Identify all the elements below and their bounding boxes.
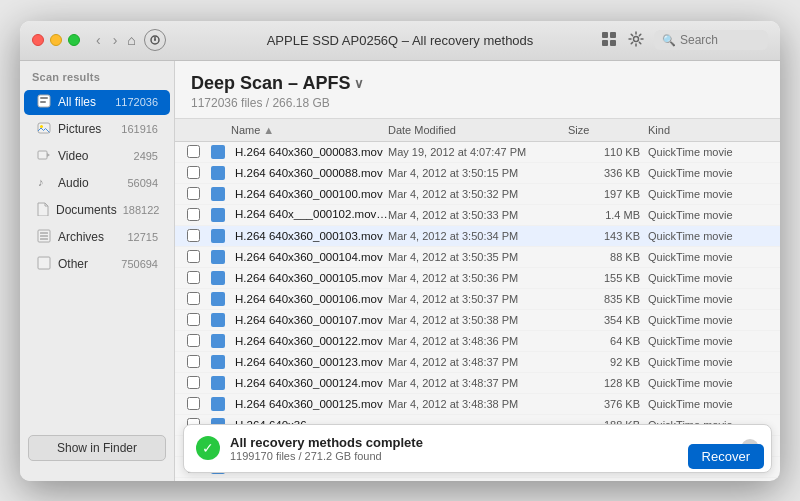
header-checkbox-col [187,124,211,136]
file-name-5: H.264 640x360_000104.mov [231,251,388,263]
file-kind-11: QuickTime movie [648,377,768,389]
file-size-5: 88 KB [568,251,648,263]
file-row: H.264 640x360_000124.mov Mar 4, 2012 at … [175,373,780,394]
sidebar-pictures-label: Pictures [58,122,115,136]
file-size-8: 354 KB [568,314,648,326]
settings-button[interactable] [628,31,644,50]
file-date-4: Mar 4, 2012 at 3:50:34 PM [388,230,568,242]
svg-rect-23 [213,189,223,199]
file-size-4: 143 KB [568,230,648,242]
grid-view-button[interactable] [602,32,618,49]
file-type-icon-12 [211,397,225,411]
svg-rect-5 [602,40,608,46]
file-checkbox-9[interactable] [187,334,200,347]
file-date-0: May 19, 2012 at 4:07:47 PM [388,146,568,158]
titlebar: ‹ › ⌂ APPLE SSD AP0256Q – All recovery m… [20,21,780,61]
svg-point-12 [40,125,43,128]
file-checkbox-8[interactable] [187,313,200,326]
file-size-2: 197 KB [568,188,648,200]
header-date-col[interactable]: Date Modified [388,124,568,136]
file-kind-8: QuickTime movie [648,314,768,326]
file-size-0: 110 KB [568,146,648,158]
file-name-1: H.264 640x360_000088.mov [231,167,388,179]
recover-button[interactable]: Recover [688,444,764,469]
sidebar-audio-count: 56094 [127,177,158,189]
file-checkbox-6[interactable] [187,271,200,284]
pictures-icon [36,121,52,138]
file-kind-4: QuickTime movie [648,230,768,242]
file-checkbox-3[interactable] [187,208,200,221]
file-name-3: H.264 640x___000102.mov [231,208,388,222]
show-in-finder-button[interactable]: Show in Finder [28,435,166,461]
file-type-icon-8 [211,313,225,327]
title-dropdown[interactable]: ∨ [354,76,364,91]
file-name-12: H.264 640x360_000125.mov [231,398,388,410]
file-size-12: 376 KB [568,398,648,410]
sidebar-all-files-count: 1172036 [115,96,158,108]
file-name-10: H.264 640x360_000123.mov [231,356,388,368]
header-icon-col [211,124,231,136]
sidebar-footer: Show in Finder [20,425,174,471]
forward-button[interactable]: › [109,30,122,50]
sidebar-pictures-count: 161916 [121,123,158,135]
file-size-10: 92 KB [568,356,648,368]
svg-rect-29 [213,315,223,325]
file-checkbox-4[interactable] [187,229,200,242]
search-icon: 🔍 [662,34,676,47]
scan-button[interactable] [144,29,166,51]
maximize-button[interactable] [68,34,80,46]
file-type-icon-6 [211,271,225,285]
minimize-button[interactable] [50,34,62,46]
sidebar-item-pictures[interactable]: Pictures 161916 [24,117,170,142]
header-kind-col[interactable]: Kind [648,124,768,136]
file-name-9: H.264 640x360_000122.mov [231,335,388,347]
search-input[interactable] [680,33,760,47]
sidebar-item-audio[interactable]: ♪ Audio 56094 [24,171,170,196]
svg-rect-4 [610,32,616,38]
header-name-col[interactable]: Name ▲ [231,124,388,136]
search-box[interactable]: 🔍 [654,30,768,50]
file-checkbox-0[interactable] [187,145,200,158]
file-date-7: Mar 4, 2012 at 3:50:37 PM [388,293,568,305]
sidebar-item-video[interactable]: Video 2495 [24,144,170,169]
file-type-icon-4 [211,229,225,243]
file-date-2: Mar 4, 2012 at 3:50:32 PM [388,188,568,200]
file-type-icon-1 [211,166,225,180]
content-area: Scan results All files 1172036 Pictures … [20,61,780,481]
check-icon: ✓ [196,436,220,460]
banner-subtitle: 1199170 files / 271.2 GB found [230,450,731,462]
file-date-3: Mar 4, 2012 at 3:50:33 PM [388,209,568,221]
close-button[interactable] [32,34,44,46]
svg-marker-14 [47,153,50,157]
svg-rect-10 [40,101,46,103]
file-row: H.264 640x360_000105.mov Mar 4, 2012 at … [175,268,780,289]
header-size-col[interactable]: Size [568,124,648,136]
sidebar-item-all-files[interactable]: All files 1172036 [24,90,170,115]
file-checkbox-10[interactable] [187,355,200,368]
file-checkbox-12[interactable] [187,397,200,410]
file-checkbox-2[interactable] [187,187,200,200]
file-checkbox-5[interactable] [187,250,200,263]
sidebar-archives-count: 12715 [127,231,158,243]
svg-rect-26 [213,252,223,262]
window-title: APPLE SSD AP0256Q – All recovery methods [267,33,534,48]
file-checkbox-11[interactable] [187,376,200,389]
completion-banner: ✓ All recovery methods complete 1199170 … [183,424,772,473]
file-type-icon-2 [211,187,225,201]
file-type-icon-5 [211,250,225,264]
file-row: H.264 640x360_000125.mov Mar 4, 2012 at … [175,394,780,415]
file-checkbox-1[interactable] [187,166,200,179]
sidebar-video-label: Video [58,149,128,163]
home-button[interactable]: ⌂ [127,32,135,48]
sidebar-other-label: Other [58,257,115,271]
back-button[interactable]: ‹ [92,30,105,50]
sidebar-item-other[interactable]: Other 750694 [24,252,170,277]
video-icon [36,148,52,165]
file-checkbox-7[interactable] [187,292,200,305]
sidebar-archives-label: Archives [58,230,121,244]
sort-arrow-icon: ▲ [263,124,274,136]
main-title: Deep Scan – APFS ∨ [191,73,764,94]
banner-text: All recovery methods complete 1199170 fi… [230,435,731,462]
sidebar-item-documents[interactable]: Documents 188122 [24,198,170,223]
sidebar-item-archives[interactable]: Archives 12715 [24,225,170,250]
